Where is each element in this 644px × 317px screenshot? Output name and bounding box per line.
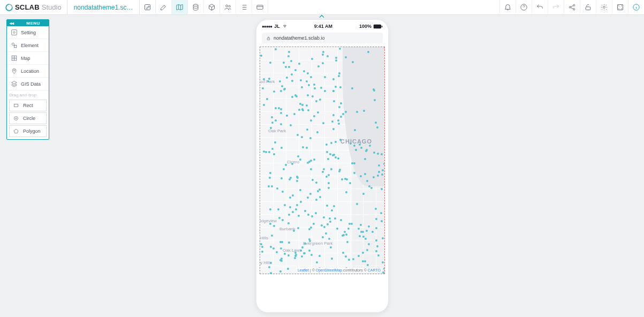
data-point (268, 151, 270, 153)
collapse-icon[interactable]: ◂◂ (10, 21, 14, 26)
data-point (290, 60, 292, 62)
shape-rect[interactable]: Rect (9, 100, 47, 111)
data-point (315, 100, 317, 102)
top-toolbar: SCLAB Studio nondatatheme1.sc… (0, 0, 644, 15)
users-button[interactable] (220, 0, 236, 14)
shape-polygon[interactable]: Polygon (9, 125, 47, 137)
menu-item-map[interactable]: Map (7, 52, 49, 65)
data-point (269, 223, 271, 225)
help-icon (520, 3, 528, 11)
cube-button[interactable] (204, 0, 220, 14)
settings-button[interactable] (596, 0, 612, 14)
url-text: nondatatheme1.sclab.io (274, 35, 325, 41)
data-point (319, 255, 321, 257)
data-point (301, 255, 303, 258)
data-point (299, 189, 301, 191)
data-point (306, 129, 308, 131)
redo-button[interactable] (548, 0, 564, 14)
data-point (308, 250, 310, 252)
data-point (260, 55, 262, 57)
expand-button[interactable] (612, 0, 628, 14)
data-point (289, 206, 291, 208)
data-point (298, 109, 300, 111)
menu-item-gisdata[interactable]: GIS Data (7, 78, 49, 90)
data-point (335, 156, 337, 159)
data-point (287, 268, 289, 270)
data-point (325, 176, 328, 178)
data-point (315, 199, 317, 201)
data-point (345, 255, 347, 258)
data-point (288, 51, 290, 53)
data-point (327, 55, 329, 57)
data-point (338, 123, 340, 125)
data-point (294, 257, 296, 259)
data-point (271, 122, 274, 124)
data-point (382, 237, 384, 239)
leaflet-link[interactable]: Leaflet (298, 268, 309, 272)
data-point (322, 62, 324, 64)
carto-link[interactable]: CARTO (368, 268, 381, 272)
data-point (373, 152, 375, 154)
data-point (278, 217, 281, 219)
lock-button[interactable] (580, 0, 596, 14)
data-point (353, 172, 355, 174)
data-point (339, 86, 342, 88)
data-point (303, 70, 305, 72)
data-point (301, 86, 303, 88)
data-point (322, 54, 324, 56)
data-point (297, 155, 299, 157)
data-point (324, 90, 326, 92)
osm-link[interactable]: OpenStreetMap (316, 268, 342, 272)
map-canvas[interactable]: CHICAGO Oak Park Cicero Burbank Oak Lawn… (260, 47, 385, 274)
data-point (352, 61, 354, 63)
data-point (336, 228, 338, 230)
list-button[interactable] (236, 0, 252, 14)
data-point (295, 254, 297, 256)
time-label: 9:41 AM (314, 24, 332, 29)
data-point (348, 259, 350, 261)
app-logo[interactable]: SCLAB Studio (0, 0, 67, 14)
data-point (368, 225, 370, 228)
notifications-button[interactable] (499, 0, 516, 14)
canvas-caret-icon[interactable] (319, 15, 324, 18)
help-button[interactable] (516, 0, 532, 14)
data-point (366, 230, 368, 232)
url-bar[interactable]: nondatatheme1.sclab.io (262, 33, 383, 43)
data-point (309, 137, 312, 139)
data-point (294, 252, 297, 254)
data-point (287, 55, 290, 57)
data-point (356, 203, 358, 205)
data-point (366, 249, 368, 251)
data-point (330, 246, 332, 248)
share-button[interactable] (564, 0, 580, 14)
compose-button[interactable] (156, 0, 172, 14)
cube-icon (208, 3, 216, 11)
info-button[interactable] (628, 0, 644, 14)
data-point (263, 104, 265, 106)
data-point (337, 119, 339, 122)
data-point (342, 235, 344, 237)
project-name[interactable]: nondatatheme1.sc… (67, 0, 140, 14)
data-point (310, 168, 312, 170)
data-point (317, 190, 319, 192)
card-button[interactable] (252, 0, 268, 14)
menu-item-location[interactable]: Location (7, 65, 49, 78)
database-button[interactable] (188, 0, 204, 14)
data-point (273, 153, 275, 155)
data-point (328, 187, 330, 189)
data-point (300, 79, 302, 81)
data-point (340, 116, 342, 118)
unlock-icon (584, 3, 592, 11)
data-point (327, 158, 329, 160)
card-icon (256, 3, 264, 11)
data-point (272, 247, 275, 250)
menu-item-element[interactable]: Element (7, 39, 49, 52)
data-point (261, 251, 263, 253)
data-point (339, 48, 341, 50)
svg-point-2 (226, 5, 228, 7)
shape-circle[interactable]: Circle (9, 112, 47, 124)
undo-button[interactable] (532, 0, 548, 14)
edit-button[interactable] (140, 0, 156, 14)
menu-item-setting[interactable]: Setting (7, 26, 49, 39)
map-mode-button[interactable] (172, 0, 188, 14)
